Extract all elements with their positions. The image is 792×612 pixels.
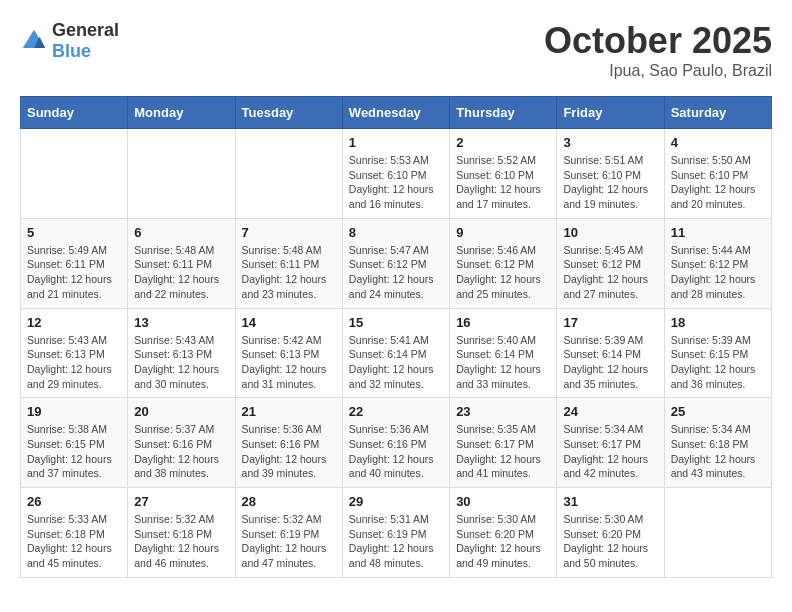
calendar-day-cell: 17Sunrise: 5:39 AM Sunset: 6:14 PM Dayli… — [557, 308, 664, 398]
day-info: Sunrise: 5:45 AM Sunset: 6:12 PM Dayligh… — [563, 243, 657, 302]
weekday-cell: Tuesday — [235, 97, 342, 129]
calendar-day-cell: 12Sunrise: 5:43 AM Sunset: 6:13 PM Dayli… — [21, 308, 128, 398]
day-info: Sunrise: 5:34 AM Sunset: 6:18 PM Dayligh… — [671, 422, 765, 481]
day-number: 14 — [242, 315, 336, 330]
day-number: 8 — [349, 225, 443, 240]
day-info: Sunrise: 5:31 AM Sunset: 6:19 PM Dayligh… — [349, 512, 443, 571]
day-number: 29 — [349, 494, 443, 509]
day-info: Sunrise: 5:36 AM Sunset: 6:16 PM Dayligh… — [349, 422, 443, 481]
day-info: Sunrise: 5:51 AM Sunset: 6:10 PM Dayligh… — [563, 153, 657, 212]
calendar-day-cell: 23Sunrise: 5:35 AM Sunset: 6:17 PM Dayli… — [450, 398, 557, 488]
day-info: Sunrise: 5:37 AM Sunset: 6:16 PM Dayligh… — [134, 422, 228, 481]
day-number: 17 — [563, 315, 657, 330]
day-info: Sunrise: 5:49 AM Sunset: 6:11 PM Dayligh… — [27, 243, 121, 302]
day-info: Sunrise: 5:34 AM Sunset: 6:17 PM Dayligh… — [563, 422, 657, 481]
day-number: 27 — [134, 494, 228, 509]
logo-icon — [20, 27, 48, 55]
day-number: 25 — [671, 404, 765, 419]
day-number: 9 — [456, 225, 550, 240]
day-number: 31 — [563, 494, 657, 509]
day-number: 30 — [456, 494, 550, 509]
day-number: 20 — [134, 404, 228, 419]
day-info: Sunrise: 5:39 AM Sunset: 6:15 PM Dayligh… — [671, 333, 765, 392]
day-info: Sunrise: 5:35 AM Sunset: 6:17 PM Dayligh… — [456, 422, 550, 481]
day-info: Sunrise: 5:48 AM Sunset: 6:11 PM Dayligh… — [134, 243, 228, 302]
day-info: Sunrise: 5:52 AM Sunset: 6:10 PM Dayligh… — [456, 153, 550, 212]
day-number: 11 — [671, 225, 765, 240]
day-number: 5 — [27, 225, 121, 240]
calendar-day-cell — [235, 129, 342, 219]
calendar-day-cell: 18Sunrise: 5:39 AM Sunset: 6:15 PM Dayli… — [664, 308, 771, 398]
calendar-day-cell: 14Sunrise: 5:42 AM Sunset: 6:13 PM Dayli… — [235, 308, 342, 398]
day-number: 19 — [27, 404, 121, 419]
calendar-week-row: 1Sunrise: 5:53 AM Sunset: 6:10 PM Daylig… — [21, 129, 772, 219]
day-info: Sunrise: 5:33 AM Sunset: 6:18 PM Dayligh… — [27, 512, 121, 571]
calendar-day-cell: 24Sunrise: 5:34 AM Sunset: 6:17 PM Dayli… — [557, 398, 664, 488]
calendar-title: October 2025 — [544, 20, 772, 62]
calendar-day-cell: 3Sunrise: 5:51 AM Sunset: 6:10 PM Daylig… — [557, 129, 664, 219]
weekday-cell: Saturday — [664, 97, 771, 129]
weekday-cell: Sunday — [21, 97, 128, 129]
day-number: 1 — [349, 135, 443, 150]
calendar-day-cell: 8Sunrise: 5:47 AM Sunset: 6:12 PM Daylig… — [342, 218, 449, 308]
calendar-day-cell: 26Sunrise: 5:33 AM Sunset: 6:18 PM Dayli… — [21, 488, 128, 578]
day-number: 4 — [671, 135, 765, 150]
day-number: 21 — [242, 404, 336, 419]
day-number: 28 — [242, 494, 336, 509]
day-number: 22 — [349, 404, 443, 419]
calendar-day-cell: 10Sunrise: 5:45 AM Sunset: 6:12 PM Dayli… — [557, 218, 664, 308]
calendar-day-cell: 9Sunrise: 5:46 AM Sunset: 6:12 PM Daylig… — [450, 218, 557, 308]
day-info: Sunrise: 5:39 AM Sunset: 6:14 PM Dayligh… — [563, 333, 657, 392]
day-info: Sunrise: 5:53 AM Sunset: 6:10 PM Dayligh… — [349, 153, 443, 212]
day-number: 13 — [134, 315, 228, 330]
day-info: Sunrise: 5:40 AM Sunset: 6:14 PM Dayligh… — [456, 333, 550, 392]
logo-blue-text: Blue — [52, 41, 91, 61]
calendar-day-cell: 30Sunrise: 5:30 AM Sunset: 6:20 PM Dayli… — [450, 488, 557, 578]
day-info: Sunrise: 5:47 AM Sunset: 6:12 PM Dayligh… — [349, 243, 443, 302]
day-info: Sunrise: 5:30 AM Sunset: 6:20 PM Dayligh… — [563, 512, 657, 571]
day-number: 24 — [563, 404, 657, 419]
day-number: 12 — [27, 315, 121, 330]
calendar-body: 1Sunrise: 5:53 AM Sunset: 6:10 PM Daylig… — [21, 129, 772, 578]
logo: General Blue — [20, 20, 119, 62]
day-info: Sunrise: 5:43 AM Sunset: 6:13 PM Dayligh… — [27, 333, 121, 392]
calendar-week-row: 12Sunrise: 5:43 AM Sunset: 6:13 PM Dayli… — [21, 308, 772, 398]
calendar-day-cell: 5Sunrise: 5:49 AM Sunset: 6:11 PM Daylig… — [21, 218, 128, 308]
day-number: 16 — [456, 315, 550, 330]
page-header: General Blue October 2025 Ipua, Sao Paul… — [20, 20, 772, 80]
calendar-week-row: 26Sunrise: 5:33 AM Sunset: 6:18 PM Dayli… — [21, 488, 772, 578]
day-info: Sunrise: 5:42 AM Sunset: 6:13 PM Dayligh… — [242, 333, 336, 392]
calendar-day-cell: 15Sunrise: 5:41 AM Sunset: 6:14 PM Dayli… — [342, 308, 449, 398]
day-info: Sunrise: 5:32 AM Sunset: 6:19 PM Dayligh… — [242, 512, 336, 571]
calendar-day-cell: 1Sunrise: 5:53 AM Sunset: 6:10 PM Daylig… — [342, 129, 449, 219]
weekday-cell: Monday — [128, 97, 235, 129]
day-number: 15 — [349, 315, 443, 330]
calendar-day-cell: 13Sunrise: 5:43 AM Sunset: 6:13 PM Dayli… — [128, 308, 235, 398]
calendar-day-cell: 4Sunrise: 5:50 AM Sunset: 6:10 PM Daylig… — [664, 129, 771, 219]
day-info: Sunrise: 5:36 AM Sunset: 6:16 PM Dayligh… — [242, 422, 336, 481]
day-number: 10 — [563, 225, 657, 240]
day-info: Sunrise: 5:43 AM Sunset: 6:13 PM Dayligh… — [134, 333, 228, 392]
day-info: Sunrise: 5:32 AM Sunset: 6:18 PM Dayligh… — [134, 512, 228, 571]
day-number: 23 — [456, 404, 550, 419]
calendar-week-row: 19Sunrise: 5:38 AM Sunset: 6:15 PM Dayli… — [21, 398, 772, 488]
calendar-day-cell: 25Sunrise: 5:34 AM Sunset: 6:18 PM Dayli… — [664, 398, 771, 488]
day-info: Sunrise: 5:48 AM Sunset: 6:11 PM Dayligh… — [242, 243, 336, 302]
title-block: October 2025 Ipua, Sao Paulo, Brazil — [544, 20, 772, 80]
calendar-day-cell: 31Sunrise: 5:30 AM Sunset: 6:20 PM Dayli… — [557, 488, 664, 578]
weekday-header-row: SundayMondayTuesdayWednesdayThursdayFrid… — [21, 97, 772, 129]
calendar-day-cell: 28Sunrise: 5:32 AM Sunset: 6:19 PM Dayli… — [235, 488, 342, 578]
day-number: 6 — [134, 225, 228, 240]
calendar-day-cell: 6Sunrise: 5:48 AM Sunset: 6:11 PM Daylig… — [128, 218, 235, 308]
calendar-day-cell: 20Sunrise: 5:37 AM Sunset: 6:16 PM Dayli… — [128, 398, 235, 488]
calendar-week-row: 5Sunrise: 5:49 AM Sunset: 6:11 PM Daylig… — [21, 218, 772, 308]
calendar-day-cell — [21, 129, 128, 219]
calendar-day-cell: 21Sunrise: 5:36 AM Sunset: 6:16 PM Dayli… — [235, 398, 342, 488]
day-info: Sunrise: 5:46 AM Sunset: 6:12 PM Dayligh… — [456, 243, 550, 302]
weekday-cell: Friday — [557, 97, 664, 129]
calendar-day-cell: 16Sunrise: 5:40 AM Sunset: 6:14 PM Dayli… — [450, 308, 557, 398]
calendar-day-cell — [664, 488, 771, 578]
day-number: 7 — [242, 225, 336, 240]
calendar-day-cell: 2Sunrise: 5:52 AM Sunset: 6:10 PM Daylig… — [450, 129, 557, 219]
weekday-cell: Thursday — [450, 97, 557, 129]
